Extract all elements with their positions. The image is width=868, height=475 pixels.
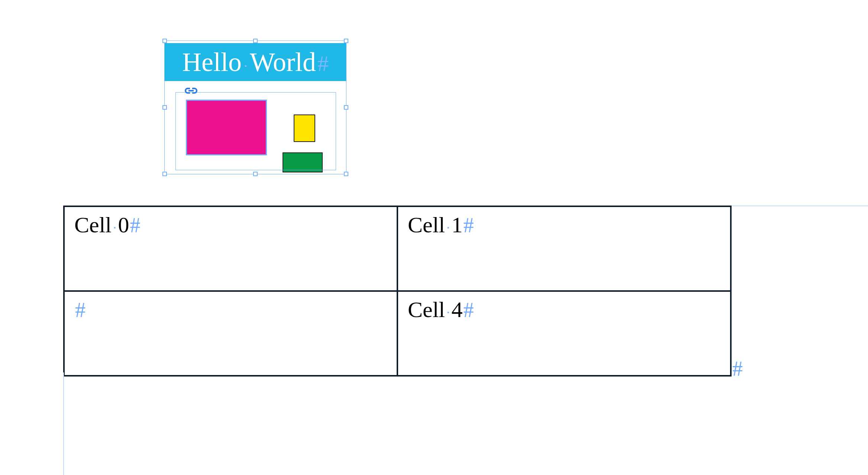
end-of-story-mark: # [732,357,743,381]
hidden-space-dot: · [446,304,450,320]
table-cell-0-1[interactable]: Cell · 1 # [397,206,731,291]
resize-handle-top-right[interactable] [344,39,348,43]
resize-handle-middle-right[interactable] [344,105,348,110]
resize-handle-top-left[interactable] [162,39,167,43]
layout-table[interactable]: Cell · 0 # Cell · 1 # # [63,206,732,377]
hidden-paragraph-mark: # [130,213,141,237]
cell-prefix: Cell [74,212,112,238]
hidden-space-dot: · [113,219,117,236]
selection-outer-bbox[interactable] [164,41,346,174]
resize-handle-middle-left[interactable] [162,105,167,110]
table-cell-0-0[interactable]: Cell · 0 # [64,206,397,291]
guide-line-horizontal [732,206,868,206]
table-row: # Cell · 4 # [64,291,731,376]
hidden-paragraph-mark: # [464,298,474,322]
hidden-space-dot: · [446,219,450,236]
cell-value: 1 [452,212,463,238]
layout-table-frame[interactable]: Cell · 0 # Cell · 1 # # [63,206,732,377]
guide-line-vertical [63,372,64,475]
resize-handle-bottom-right[interactable] [344,172,348,176]
hidden-paragraph-mark: # [75,298,85,322]
table-row: Cell · 0 # Cell · 1 # [64,206,731,291]
resize-handle-bottom-center[interactable] [253,172,258,176]
cell-value: 4 [452,297,463,323]
resize-handle-top-center[interactable] [253,39,258,43]
cell-value: 0 [118,212,129,238]
table-cell-1-1[interactable]: Cell · 4 # [397,291,731,376]
link-icon [184,86,199,95]
hidden-paragraph-mark: # [464,213,474,237]
cell-prefix: Cell [408,297,445,323]
table-cell-1-0[interactable]: # [64,291,397,376]
resize-handle-bottom-left[interactable] [162,172,167,176]
cell-prefix: Cell [408,212,445,238]
